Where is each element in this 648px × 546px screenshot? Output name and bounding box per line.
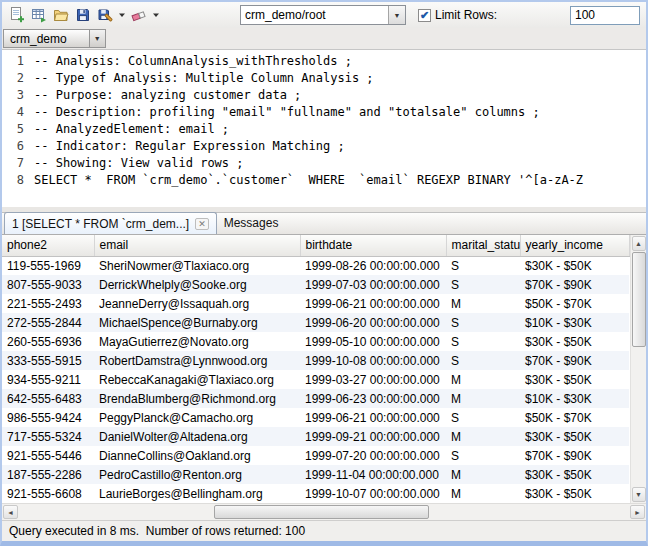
column-header-marital_status[interactable]: marital_status	[446, 235, 520, 256]
table-cell[interactable]: $30K - $50K	[520, 484, 629, 503]
table-cell[interactable]: 1999-10-07 00:00:00.000	[300, 484, 446, 503]
sql-editor[interactable]: 1-- Analysis: ColumnAnalysis_withThresho…	[2, 49, 646, 207]
table-cell[interactable]: DianneCollins@Oakland.org	[94, 446, 300, 465]
table-row[interactable]: 717-555-5324DanielWolter@Altadena.org199…	[2, 427, 629, 446]
table-cell[interactable]: 642-555-6483	[2, 389, 94, 408]
results-tab-query[interactable]: 1 [SELECT * FROM `crm_dem...] ✕	[4, 212, 217, 234]
table-cell[interactable]: $30K - $50K	[520, 256, 629, 275]
table-cell[interactable]: 986-555-9424	[2, 408, 94, 427]
table-cell[interactable]: $70K - $90K	[520, 351, 629, 370]
column-header-phone2[interactable]: phone2	[2, 235, 94, 256]
column-header-email[interactable]: email	[94, 235, 300, 256]
column-header-yearly_income[interactable]: yearly_income	[520, 235, 629, 256]
table-cell[interactable]: RobertDamstra@Lynnwood.org	[94, 351, 300, 370]
export-icon[interactable]	[28, 4, 50, 26]
run-dropdown-icon[interactable]	[116, 4, 128, 26]
table-cell[interactable]: 119-555-1969	[2, 256, 94, 275]
table-row[interactable]: 187-555-2286PedroCastillo@Renton.org1999…	[2, 465, 629, 484]
table-cell[interactable]: 1999-06-21 00:00:00.000	[300, 294, 446, 313]
scroll-right-icon[interactable]: ►	[630, 505, 645, 519]
scroll-down-icon[interactable]: ▼	[632, 487, 646, 502]
table-cell[interactable]: S	[446, 332, 520, 351]
table-cell[interactable]: LaurieBorges@Bellingham.org	[94, 484, 300, 503]
table-cell[interactable]: $10K - $30K	[520, 389, 629, 408]
horizontal-scroll-track[interactable]	[19, 504, 629, 520]
table-cell[interactable]: 1999-03-27 00:00:00.000	[300, 370, 446, 389]
vertical-scroll-track[interactable]	[631, 252, 647, 486]
table-cell[interactable]: 1999-07-03 00:00:00.000	[300, 275, 446, 294]
table-cell[interactable]: BrendaBlumberg@Richmond.org	[94, 389, 300, 408]
table-cell[interactable]: 1999-10-08 00:00:00.000	[300, 351, 446, 370]
table-cell[interactable]: $70K - $90K	[520, 275, 629, 294]
table-row[interactable]: 807-555-9033DerrickWhelply@Sooke.org1999…	[2, 275, 629, 294]
save-icon[interactable]	[72, 4, 94, 26]
table-cell[interactable]: S	[446, 408, 520, 427]
table-cell[interactable]: SheriNowmer@Tlaxiaco.org	[94, 256, 300, 275]
table-cell[interactable]: MichaelSpence@Burnaby.org	[94, 313, 300, 332]
table-cell[interactable]: 1999-06-23 00:00:00.000	[300, 389, 446, 408]
table-cell[interactable]: 1999-06-21 00:00:00.000	[300, 408, 446, 427]
table-cell[interactable]: 1999-09-21 00:00:00.000	[300, 427, 446, 446]
table-row[interactable]: 333-555-5915RobertDamstra@Lynnwood.org19…	[2, 351, 629, 370]
save-as-icon[interactable]	[94, 4, 116, 26]
limit-rows-checkbox[interactable]: ✔	[418, 9, 431, 22]
table-cell[interactable]: M	[446, 389, 520, 408]
table-cell[interactable]: RebeccaKanagaki@Tlaxiaco.org	[94, 370, 300, 389]
table-cell[interactable]: 921-555-6608	[2, 484, 94, 503]
horizontal-scrollbar[interactable]: ◄ ►	[2, 503, 646, 520]
table-row[interactable]: 221-555-2493JeanneDerry@Issaquah.org1999…	[2, 294, 629, 313]
table-row[interactable]: 119-555-1969SheriNowmer@Tlaxiaco.org1999…	[2, 256, 629, 275]
table-row[interactable]: 986-555-9424PeggyPlanck@Camacho.org1999-…	[2, 408, 629, 427]
table-row[interactable]: 934-555-9211RebeccaKanagaki@Tlaxiaco.org…	[2, 370, 629, 389]
table-cell[interactable]: $30K - $50K	[520, 427, 629, 446]
table-cell[interactable]: $30K - $50K	[520, 332, 629, 351]
table-cell[interactable]: 921-555-5446	[2, 446, 94, 465]
table-cell[interactable]: 717-555-5324	[2, 427, 94, 446]
table-cell[interactable]: M	[446, 294, 520, 313]
table-cell[interactable]: M	[446, 484, 520, 503]
open-folder-icon[interactable]	[50, 4, 72, 26]
results-tab-messages[interactable]: Messages	[217, 212, 286, 234]
new-sql-icon[interactable]	[6, 4, 28, 26]
table-cell[interactable]: 807-555-9033	[2, 275, 94, 294]
table-row[interactable]: 642-555-6483BrendaBlumberg@Richmond.org1…	[2, 389, 629, 408]
table-cell[interactable]: 187-555-2286	[2, 465, 94, 484]
chevron-down-icon[interactable]: ▼	[388, 6, 405, 24]
table-cell[interactable]: 1999-07-20 00:00:00.000	[300, 446, 446, 465]
horizontal-scroll-thumb[interactable]	[214, 505, 429, 519]
table-cell[interactable]: S	[446, 313, 520, 332]
table-row[interactable]: 921-555-5446DianneCollins@Oakland.org199…	[2, 446, 629, 465]
table-row[interactable]: 921-555-6608LaurieBorges@Bellingham.org1…	[2, 484, 629, 503]
table-cell[interactable]: $50K - $70K	[520, 408, 629, 427]
table-cell[interactable]: 1999-08-26 00:00:00.000	[300, 256, 446, 275]
scroll-left-icon[interactable]: ◄	[3, 505, 18, 519]
vertical-scroll-thumb[interactable]	[632, 252, 646, 347]
table-cell[interactable]: M	[446, 370, 520, 389]
table-cell[interactable]: $10K - $30K	[520, 313, 629, 332]
table-cell[interactable]: 260-555-6936	[2, 332, 94, 351]
table-cell[interactable]: PedroCastillo@Renton.org	[94, 465, 300, 484]
table-cell[interactable]: JeanneDerry@Issaquah.org	[94, 294, 300, 313]
chevron-down-icon[interactable]: ▼	[89, 30, 105, 47]
table-cell[interactable]: M	[446, 465, 520, 484]
column-header-birthdate[interactable]: birthdate	[300, 235, 446, 256]
limit-rows-input[interactable]	[570, 6, 640, 25]
table-cell[interactable]: $30K - $50K	[520, 370, 629, 389]
table-cell[interactable]: S	[446, 446, 520, 465]
table-cell[interactable]: S	[446, 351, 520, 370]
table-cell[interactable]: 934-555-9211	[2, 370, 94, 389]
table-cell[interactable]: PeggyPlanck@Camacho.org	[94, 408, 300, 427]
table-cell[interactable]: 333-555-5915	[2, 351, 94, 370]
table-cell[interactable]: 221-555-2493	[2, 294, 94, 313]
table-cell[interactable]: 1999-05-10 00:00:00.000	[300, 332, 446, 351]
clear-dropdown-icon[interactable]	[150, 4, 162, 26]
table-cell[interactable]: S	[446, 256, 520, 275]
scroll-up-icon[interactable]: ▲	[632, 236, 646, 251]
table-cell[interactable]: $50K - $70K	[520, 294, 629, 313]
table-row[interactable]: 272-555-2844MichaelSpence@Burnaby.org199…	[2, 313, 629, 332]
table-cell[interactable]: M	[446, 427, 520, 446]
table-cell[interactable]: MayaGutierrez@Novato.org	[94, 332, 300, 351]
table-cell[interactable]: 1999-11-04 00:00:00.000	[300, 465, 446, 484]
table-cell[interactable]: $30K - $50K	[520, 465, 629, 484]
close-icon[interactable]: ✕	[195, 218, 209, 230]
